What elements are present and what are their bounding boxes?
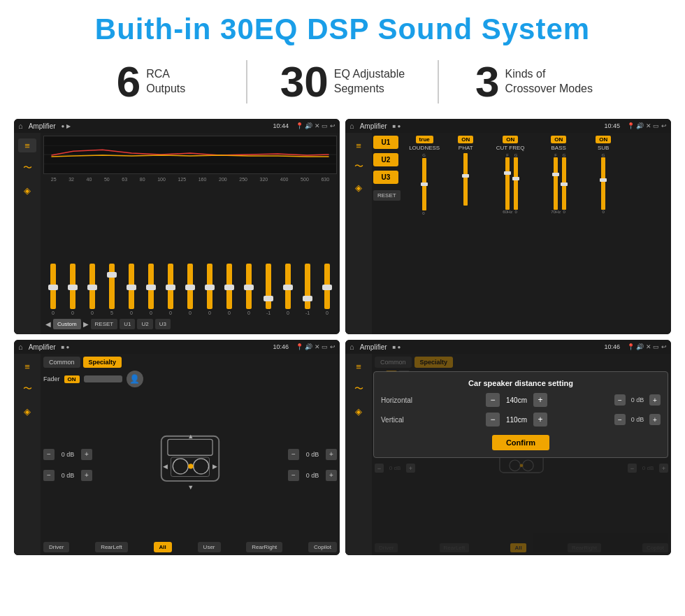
eq-freq-labels: 25 32 40 50 63 80 100 125 160 200 250 32… [43, 177, 337, 182]
stat-crossover: 3 Kinds of Crossover Modes [439, 60, 629, 103]
dist-speaker-icon[interactable]: ◈ [349, 404, 368, 418]
u2-button[interactable]: U2 [373, 153, 398, 166]
status-icons-2: 📍 🔊 ✕ ▭ ↩ [627, 122, 667, 129]
plus-btn-0[interactable]: + [81, 449, 92, 460]
minus-btn-2[interactable]: − [288, 449, 299, 460]
all-btn[interactable]: All [154, 542, 172, 552]
reset-cross[interactable]: RESET [373, 190, 401, 201]
profile-icon[interactable]: 👤 [127, 371, 143, 387]
confirm-button[interactable]: Confirm [492, 435, 549, 450]
horizontal-plus[interactable]: + [533, 393, 547, 407]
plus-btn-3[interactable]: + [326, 470, 337, 481]
svg-point-8 [194, 458, 209, 473]
svg-text:▶: ▶ [212, 462, 217, 469]
speaker-icon[interactable]: ◈ [18, 183, 36, 197]
tab-common[interactable]: Common [43, 357, 80, 368]
distance-dialog: Car speaker distance setting Horizontal … [373, 371, 668, 458]
db-val-3: 0 dB [302, 472, 323, 479]
copilot-btn[interactable]: Copilot [308, 542, 337, 552]
reset-button-eq[interactable]: RESET [91, 319, 118, 329]
app-name-3: Amplifier [29, 343, 56, 351]
prev-button[interactable]: ◀ [45, 320, 51, 328]
minus-btn-1[interactable]: − [43, 470, 55, 481]
custom-button[interactable]: Custom [53, 319, 81, 329]
stat-label-eq: EQ Adjustable Segments [334, 67, 405, 96]
u1-button-eq[interactable]: U1 [120, 319, 135, 329]
fader-sidebar: ≡ 〜 ◈ [14, 354, 41, 555]
u2-button-eq[interactable]: U2 [137, 319, 152, 329]
rearright-btn[interactable]: RearRight [246, 542, 282, 552]
home-icon-2: ⌂ [349, 122, 354, 130]
screen-distance: ⌂ Amplifier ■ ● 10:46 📍 🔊 ✕ ▭ ↩ ≡ 〜 ◈ Co… [345, 340, 671, 555]
fader-wave-icon[interactable]: 〜 [18, 382, 36, 396]
svg-point-17 [523, 460, 534, 471]
cross-speaker-icon[interactable]: ◈ [349, 180, 368, 194]
fader-speaker-icon[interactable]: ◈ [18, 404, 36, 418]
wave-icon[interactable]: 〜 [18, 161, 36, 175]
horizontal-minus[interactable]: − [486, 393, 500, 407]
rearleft-btn[interactable]: RearLeft [95, 542, 128, 552]
svg-rect-5 [168, 439, 212, 455]
dots-3: ■ ● [62, 344, 70, 350]
home-icon-4: ⌂ [349, 343, 354, 351]
driver-btn[interactable]: Driver [43, 542, 69, 552]
plus-btn-2[interactable]: + [326, 449, 337, 460]
vert-db-minus[interactable]: − [614, 414, 626, 425]
svg-text:◀: ◀ [163, 462, 168, 469]
stats-row: 6 RCA Outputs 30 EQ Adjustable Segments … [0, 53, 685, 113]
time-1: 10:44 [273, 122, 289, 129]
svg-text:▼: ▼ [187, 483, 194, 490]
vert-db-plus[interactable]: + [649, 414, 661, 425]
u1-button[interactable]: U1 [373, 136, 398, 149]
screen2-content: ≡ 〜 ◈ U1 U2 U3 RESET true LOUDNESS [345, 133, 671, 334]
plus-btn-1[interactable]: + [81, 470, 92, 481]
stat-rca: 6 RCA Outputs [56, 60, 247, 103]
app-name-2: Amplifier [360, 122, 387, 130]
stat-eq: 30 EQ Adjustable Segments [247, 60, 439, 103]
dist-eq-icon[interactable]: ≡ [349, 359, 368, 373]
channel-phat: ON PHAT [447, 136, 485, 206]
db-row-3: − 0 dB + [288, 470, 337, 481]
vertical-plus[interactable]: + [533, 413, 547, 427]
dialog-title: Car speaker distance setting [381, 379, 661, 387]
play-button[interactable]: ▶ [83, 320, 89, 328]
horiz-db-area: − 0 dB + [614, 394, 661, 406]
tab-specialty[interactable]: Specialty [83, 357, 122, 368]
cross-sidebar: ≡ 〜 ◈ [345, 133, 372, 334]
vertical-row: Vertical − 110cm + − 0 dB + [381, 413, 661, 427]
db-row-0: − 0 dB + [43, 449, 92, 460]
fader-eq-icon[interactable]: ≡ [18, 359, 36, 373]
horizontal-label: Horizontal [381, 396, 423, 404]
db-val-1: 0 dB [57, 472, 78, 479]
channel-sub: ON SUB G 0 [584, 136, 623, 214]
dots-1: ● ▶ [62, 123, 71, 129]
status-icons-1: 📍 🔊 ✕ ▭ ↩ [296, 122, 336, 129]
user-btn[interactable]: User [198, 542, 221, 552]
cross-wave-icon[interactable]: 〜 [349, 159, 368, 173]
fader-slider-h[interactable] [84, 375, 122, 382]
dist-sidebar: ≡ 〜 ◈ [345, 354, 372, 555]
minus-btn-0[interactable]: − [43, 449, 55, 460]
stat-label-crossover: Kinds of Crossover Modes [505, 67, 593, 96]
vertical-value: 110cm [503, 416, 531, 424]
svg-point-9 [188, 464, 193, 468]
eq-graph [43, 136, 337, 174]
time-3: 10:46 [273, 343, 289, 350]
horiz-db-plus[interactable]: + [649, 394, 661, 406]
screen-crossover: ⌂ Amplifier ■ ● 10:45 📍 🔊 ✕ ▭ ↩ ≡ 〜 ◈ U1… [345, 119, 671, 334]
u3-button-eq[interactable]: U3 [155, 319, 171, 329]
channel-loudness: true LOUDNESS G 0 [405, 136, 444, 215]
horiz-db-minus[interactable]: − [614, 394, 626, 406]
svg-point-16 [510, 460, 521, 471]
svg-point-7 [173, 458, 188, 473]
status-bar-2: ⌂ Amplifier ■ ● 10:45 📍 🔊 ✕ ▭ ↩ [345, 119, 671, 133]
status-icons-4: 📍 🔊 ✕ ▭ ↩ [627, 343, 667, 350]
dist-wave-icon[interactable]: 〜 [349, 382, 368, 396]
vertical-minus[interactable]: − [486, 413, 500, 427]
eq-icon[interactable]: ≡ [18, 138, 36, 152]
vertical-control: − 110cm + [486, 413, 547, 427]
minus-btn-3[interactable]: − [288, 470, 299, 481]
cross-eq-icon[interactable]: ≡ [349, 138, 368, 152]
u3-button[interactable]: U3 [373, 171, 398, 184]
fader-tabs-row: Common Specialty [43, 357, 337, 368]
